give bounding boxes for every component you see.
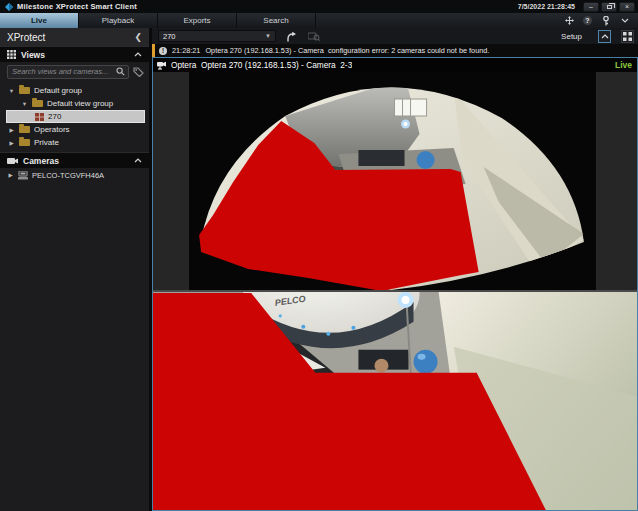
- dropdown-caret-icon: ▼: [265, 33, 271, 39]
- tree-item-default-view-group[interactable]: ▼ Default view group: [0, 97, 149, 110]
- live-indicator: Live: [615, 60, 632, 70]
- app-title: Milestone XProtect Smart Client: [17, 2, 137, 11]
- search-icon: [116, 67, 125, 76]
- view-layout-button[interactable]: [621, 30, 634, 43]
- tree-item-operators[interactable]: ▶ Operators: [0, 123, 149, 136]
- help-icon[interactable]: ?: [583, 16, 592, 25]
- folder-icon: [32, 100, 43, 107]
- tree-item-label: 270: [48, 112, 61, 121]
- restore-button[interactable]: [601, 2, 617, 12]
- view-selector-dropdown[interactable]: 270 ▼: [158, 30, 276, 42]
- chevron-up-icon: [601, 34, 609, 39]
- recording-server-icon: [18, 171, 28, 180]
- restore-icon: [607, 5, 612, 9]
- notification-time: 21:28:21: [172, 46, 200, 55]
- folder-icon: [19, 87, 30, 94]
- tree-item-label: Default group: [34, 86, 82, 95]
- expanded-caret-icon[interactable]: ▼: [8, 88, 15, 94]
- search-input[interactable]: [12, 67, 116, 76]
- camera-view-tile[interactable]: Optera Optera 270 (192.168.1.53) - Camer…: [152, 57, 638, 511]
- ptz-camera-icon: [156, 61, 167, 70]
- tag-filter-icon[interactable]: [133, 67, 144, 77]
- milestone-logo-icon: [5, 3, 13, 11]
- tab-search[interactable]: Search: [237, 13, 316, 28]
- smart-search-icon[interactable]: [308, 31, 320, 41]
- tree-item-view-270[interactable]: 270: [6, 110, 145, 123]
- sidebar: XProtect ❮ Views ▼: [0, 28, 152, 511]
- expanded-caret-icon[interactable]: ▼: [21, 101, 28, 107]
- folder-icon: [19, 139, 30, 146]
- views-panel-label: Views: [21, 50, 45, 60]
- cameras-panel-label: Cameras: [23, 156, 59, 166]
- tree-item-label: Default view group: [47, 99, 113, 108]
- immersive-image: PELCO: [153, 292, 637, 510]
- video-stream-panoramic[interactable]: [153, 72, 637, 290]
- tree-item-private[interactable]: ▶ Private: [0, 136, 149, 149]
- collapsed-caret-icon[interactable]: ▶: [8, 140, 15, 146]
- sidebar-title: XProtect: [7, 32, 45, 43]
- cameras-collapse-icon[interactable]: [134, 158, 142, 163]
- tab-playback[interactable]: Playback: [79, 13, 158, 28]
- camera-server-label: PELCO-TCGVFH46A: [32, 171, 104, 180]
- video-stream-immersive[interactable]: PELCO: [153, 292, 637, 510]
- sidebar-collapse-icon[interactable]: ❮: [134, 32, 142, 42]
- tab-bar: Live Playback Exports Search ?: [0, 13, 638, 28]
- profile-key-icon[interactable]: [601, 16, 611, 26]
- view-toolbar: 270 ▼ Setup: [152, 28, 638, 44]
- cameras-panel-header[interactable]: Cameras: [0, 152, 149, 168]
- collapsed-caret-icon[interactable]: ▶: [7, 172, 14, 178]
- main-area: 270 ▼ Setup ! 21:28:21 Optera 270 (192.1…: [152, 28, 638, 511]
- camera-title-bar: Optera Optera 270 (192.168.1.53) - Camer…: [153, 58, 637, 72]
- folder-icon: [19, 126, 30, 133]
- views-tree: ▼ Default group ▼ Default view group 270…: [0, 81, 149, 149]
- view-selector-value: 270: [163, 32, 176, 41]
- collapsed-caret-icon[interactable]: ▶: [8, 127, 15, 133]
- views-grid-icon: [7, 50, 16, 59]
- layout-grid-icon: [623, 32, 632, 41]
- setup-button[interactable]: Setup: [555, 32, 588, 41]
- warning-icon: !: [159, 47, 167, 55]
- search-row: [0, 62, 149, 81]
- tree-item-default-group[interactable]: ▼ Default group: [0, 84, 149, 97]
- camera-icon: [7, 157, 18, 165]
- tab-exports[interactable]: Exports: [158, 13, 237, 28]
- swap-cameras-icon[interactable]: [286, 31, 298, 42]
- camera-server-item[interactable]: ▶ PELCO-TCGVFH46A: [0, 168, 149, 182]
- clock: 7/5/2022 21:28:45: [518, 3, 575, 10]
- title-bar: Milestone XProtect Smart Client 7/5/2022…: [0, 0, 638, 13]
- view-layout-icon: [35, 113, 44, 121]
- tree-item-label: Operators: [34, 125, 70, 134]
- application-window: Milestone XProtect Smart Client 7/5/2022…: [0, 0, 638, 511]
- chevron-down-icon[interactable]: [620, 16, 630, 26]
- notification-message: Optera 270 (192.168.1.53) - Camera confi…: [205, 46, 489, 55]
- notification-bar[interactable]: ! 21:28:21 Optera 270 (192.168.1.53) - C…: [152, 44, 638, 57]
- tab-live[interactable]: Live: [0, 13, 79, 28]
- collapse-notifications-button[interactable]: [598, 30, 611, 43]
- close-button[interactable]: ×: [619, 2, 635, 12]
- search-box[interactable]: [7, 65, 129, 79]
- minimize-button[interactable]: –: [583, 2, 599, 12]
- views-panel-header[interactable]: Views: [0, 46, 149, 62]
- panoramic-image: [153, 72, 637, 290]
- views-collapse-icon[interactable]: [134, 52, 142, 57]
- camera-title: Optera Optera 270 (192.168.1.53) - Camer…: [171, 60, 352, 70]
- swap-window-icon[interactable]: [564, 16, 574, 26]
- sidebar-header: XProtect ❮: [0, 28, 149, 46]
- tree-item-label: Private: [34, 138, 59, 147]
